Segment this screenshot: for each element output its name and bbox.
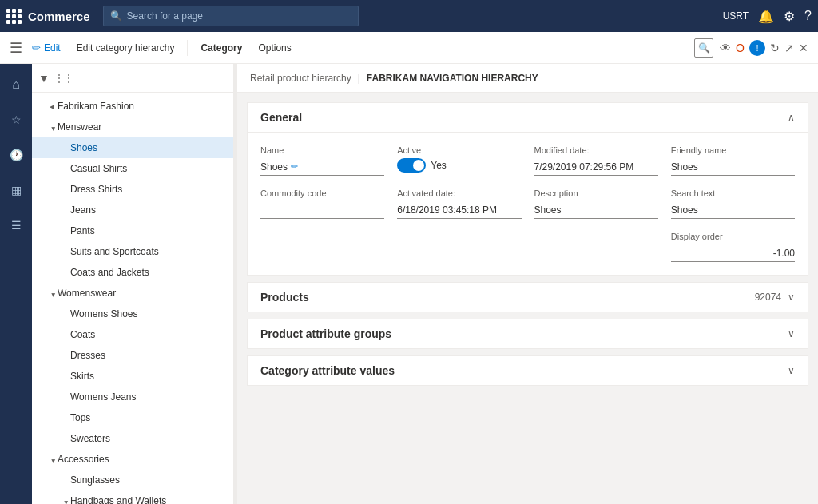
tree-item-accessories[interactable]: ◄Accessories	[32, 449, 233, 470]
products-section-header[interactable]: Products 92074 ∨	[248, 283, 808, 312]
tree-item-coats[interactable]: Coats and Jackets	[32, 262, 233, 283]
edit-category-hierarchy-button[interactable]: Edit category hierarchy	[70, 39, 181, 57]
tree-item-tops[interactable]: Tops	[32, 407, 233, 428]
arrow-icon: ◄	[50, 288, 57, 298]
toolbar-search-button[interactable]: 🔍	[694, 38, 713, 58]
home-icon[interactable]: ⌂	[2, 70, 30, 99]
user-label: USRT	[723, 10, 749, 22]
pag-chevron-icon: ∨	[788, 328, 795, 339]
product-attribute-groups-header[interactable]: Product attribute groups ∨	[248, 319, 808, 348]
tree-item-womenswear[interactable]: ◄Womenswear	[32, 283, 233, 304]
tree-item-dress-shirts[interactable]: Dress Shirts	[32, 179, 233, 200]
tree-item-label: Casual Shirts	[70, 163, 127, 174]
active-field: Active Yes	[397, 145, 521, 176]
database-icon[interactable]: ▦	[2, 176, 30, 204]
tree-item-fabrikam[interactable]: ◄ Fabrikam Fashion	[32, 96, 233, 117]
tree-item-label: Womens Jeans	[70, 391, 136, 403]
tree-item-label: Jeans	[70, 204, 96, 216]
global-search[interactable]: 🔍 Search for a page	[103, 6, 359, 26]
activated-date-value: 6/18/2019 03:45:18 PM	[397, 201, 521, 219]
app-grid-icon[interactable]	[6, 9, 22, 24]
general-header-right: ∧	[788, 112, 795, 123]
tree-item-suits[interactable]: Suits and Sportcoats	[32, 241, 233, 262]
tree-item-label: Coats and Jackets	[70, 267, 149, 278]
filter-icon[interactable]: ▼	[38, 72, 50, 85]
tree-item-label: Womens Shoes	[70, 308, 138, 319]
products-title: Products	[260, 291, 309, 304]
modified-date-field: Modified date: 7/29/2019 07:29:56 PM	[534, 145, 658, 176]
modified-date-value: 7/29/2019 07:29:56 PM	[534, 158, 658, 176]
products-count: 92074	[755, 292, 781, 303]
tree-item-menswear[interactable]: ◄Menswear	[32, 117, 233, 137]
hamburger-icon[interactable]: ☰	[10, 39, 22, 57]
modified-date-label: Modified date:	[534, 145, 658, 155]
product-attribute-groups-section: Product attribute groups ∨	[247, 319, 808, 349]
star-icon[interactable]: ☆	[2, 105, 30, 134]
category-attribute-values-section: Category attribute values ∨	[247, 355, 808, 386]
tree-item-sweaters[interactable]: Sweaters	[32, 428, 233, 449]
product-attribute-groups-title: Product attribute groups	[260, 327, 391, 340]
refresh-icon[interactable]: ↻	[770, 42, 780, 54]
category-tab[interactable]: Category	[194, 39, 248, 57]
tree-item-womens-shoes[interactable]: Womens Shoes	[32, 304, 233, 324]
breadcrumb: Retail product hierarchy | FABRIKAM NAVI…	[237, 64, 818, 93]
name-edit-icon[interactable]: ✏	[291, 161, 298, 172]
tree-item-skirts[interactable]: Skirts	[32, 366, 233, 387]
edit-button[interactable]: ✏Edit	[26, 38, 67, 57]
search-placeholder: Search for a page	[127, 10, 203, 22]
tree-item-shoes[interactable]: Shoes	[32, 137, 233, 158]
notification-icon[interactable]: 🔔	[758, 9, 774, 24]
tree-item-jeans[interactable]: Jeans	[32, 200, 233, 220]
tree-item-sunglasses[interactable]: Sunglasses	[32, 470, 233, 490]
main-layout: ⌂ ☆ 🕐 ▦ ☰ ▼ ⋮⋮ ◄ Fabrikam Fashion ◄Mensw…	[0, 64, 818, 504]
display-order-grid: Display order -1.00	[260, 232, 795, 262]
tree-toolbar: ▼ ⋮⋮	[32, 64, 233, 93]
general-section-header[interactable]: General ∧	[248, 103, 808, 133]
close-icon[interactable]: ✕	[799, 42, 808, 54]
options-tab[interactable]: Options	[252, 39, 297, 57]
tree-panel: ▼ ⋮⋮ ◄ Fabrikam Fashion ◄MenswearShoesCa…	[32, 64, 234, 504]
tree-item-casual-shirts[interactable]: Casual Shirts	[32, 158, 233, 179]
tree-item-label: Coats	[70, 329, 95, 340]
activated-date-field: Activated date: 6/18/2019 03:45:18 PM	[397, 189, 521, 219]
eye-icon[interactable]: 👁	[720, 42, 731, 54]
friendly-name-field: Friendly name Shoes	[671, 145, 795, 176]
open-icon[interactable]: ↗	[784, 42, 794, 54]
arrow-icon: ◄	[50, 454, 57, 464]
tree-item-womens-coats[interactable]: Coats	[32, 324, 233, 345]
badge-icon[interactable]: !	[749, 40, 765, 56]
general-title: General	[260, 111, 302, 124]
tree-item-label: Handbags and Wallets	[70, 495, 166, 504]
tree-item-pants[interactable]: Pants	[32, 220, 233, 241]
category-attribute-values-header[interactable]: Category attribute values ∨	[248, 356, 808, 385]
drag-handle-icon[interactable]: ⋮⋮	[54, 73, 73, 84]
friendly-name-value: Shoes	[671, 158, 795, 176]
tree-item-dresses[interactable]: Dresses	[32, 345, 233, 366]
top-bar: Commerce 🔍 Search for a page USRT 🔔 ⚙ ?	[0, 0, 818, 32]
tree-item-label: Sweaters	[70, 433, 110, 444]
display-order-row: Display order -1.00	[260, 232, 795, 262]
general-chevron-icon: ∧	[788, 112, 795, 123]
name-label: Name	[260, 145, 384, 155]
tree-item-womens-jeans[interactable]: Womens Jeans	[32, 387, 233, 407]
list-icon[interactable]: ☰	[2, 211, 30, 240]
active-toggle[interactable]	[397, 158, 426, 173]
tree-items: ◄MenswearShoesCasual ShirtsDress ShirtsJ…	[32, 117, 233, 504]
toolbar-separator	[187, 40, 188, 56]
tree-item-label: Skirts	[70, 371, 94, 382]
arrow-icon: ◄	[48, 102, 58, 111]
toolbar: ☰ ✏Edit Edit category hierarchy Category…	[0, 32, 818, 64]
tree-item-label: Accessories	[58, 454, 109, 465]
office-icon[interactable]: O	[736, 42, 745, 54]
search-text-label: Search text	[671, 189, 795, 198]
settings-icon[interactable]: ⚙	[784, 9, 795, 24]
products-chevron-icon: ∨	[788, 292, 795, 303]
clock-icon[interactable]: 🕐	[2, 141, 30, 169]
breadcrumb-separator: |	[358, 73, 360, 84]
search-text-value: Shoes	[671, 201, 795, 219]
help-icon[interactable]: ?	[804, 9, 812, 23]
general-content: Name Shoes ✏ Active Yes	[248, 133, 808, 275]
tree-item-handbags-wallets[interactable]: ◄Handbags and Wallets	[32, 490, 233, 504]
commodity-code-label: Commodity code	[260, 189, 384, 198]
search-text-field: Search text Shoes	[671, 189, 795, 219]
